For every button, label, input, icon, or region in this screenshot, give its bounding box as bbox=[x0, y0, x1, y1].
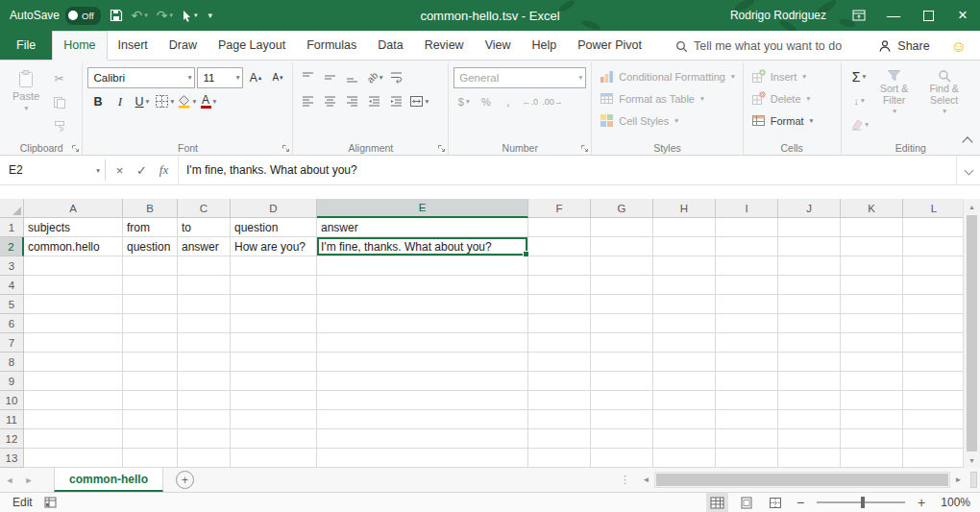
enter-entry-button[interactable]: ✓ bbox=[131, 163, 153, 178]
cell-G1[interactable] bbox=[591, 218, 653, 237]
cell-D9[interactable] bbox=[231, 372, 317, 391]
column-header-L[interactable]: L bbox=[903, 199, 966, 218]
cell-G8[interactable] bbox=[591, 353, 653, 372]
cell-J4[interactable] bbox=[778, 276, 841, 295]
row-header-6[interactable]: 6 bbox=[0, 314, 24, 333]
zoom-slider[interactable] bbox=[817, 501, 905, 503]
cell-F10[interactable] bbox=[528, 391, 591, 410]
cell-E5[interactable] bbox=[317, 295, 528, 314]
align-right-button[interactable] bbox=[342, 91, 362, 111]
feedback-smiley-icon[interactable]: ☺ bbox=[951, 38, 967, 56]
cell-C6[interactable] bbox=[178, 314, 231, 333]
paste-button[interactable]: Paste ▾ bbox=[6, 65, 46, 139]
cell-F13[interactable] bbox=[528, 449, 591, 468]
cell-C10[interactable] bbox=[178, 391, 231, 410]
cell-E11[interactable] bbox=[317, 410, 528, 429]
touch-mouse-mode-button[interactable]: ▾ bbox=[182, 5, 198, 26]
column-header-G[interactable]: G bbox=[591, 199, 653, 218]
expand-formula-bar-button[interactable] bbox=[956, 156, 980, 184]
tab-formulas[interactable]: Formulas bbox=[296, 32, 367, 60]
cut-button[interactable]: ✂ bbox=[49, 68, 69, 88]
cell-A12[interactable] bbox=[24, 429, 123, 449]
tab-resize-handle[interactable]: ⋮ bbox=[620, 474, 630, 486]
cell-L13[interactable] bbox=[903, 449, 966, 468]
cell-F4[interactable] bbox=[528, 276, 591, 295]
cell-E6[interactable] bbox=[317, 314, 528, 333]
row-header-3[interactable]: 3 bbox=[0, 256, 24, 276]
cell-H3[interactable] bbox=[653, 256, 716, 276]
cell-E4[interactable] bbox=[317, 276, 528, 295]
insert-cells-button[interactable]: Insert▾ bbox=[748, 65, 836, 87]
column-header-J[interactable]: J bbox=[778, 199, 841, 218]
cell-K1[interactable] bbox=[841, 218, 903, 237]
scroll-left-icon[interactable]: ◄ bbox=[638, 475, 654, 484]
decrease-decimal-button[interactable]: .00→ bbox=[542, 91, 563, 111]
column-header-C[interactable]: C bbox=[178, 199, 231, 218]
close-button[interactable]: × bbox=[945, 0, 980, 31]
conditional-formatting-button[interactable]: Conditional Formatting▾ bbox=[597, 65, 737, 87]
cell-C9[interactable] bbox=[178, 372, 231, 391]
top-align-button[interactable] bbox=[298, 67, 318, 87]
font-dialog-launcher[interactable] bbox=[282, 144, 290, 153]
cell-J9[interactable] bbox=[778, 372, 841, 391]
cell-I7[interactable] bbox=[716, 333, 778, 353]
cell-A3[interactable] bbox=[24, 256, 123, 276]
formula-input[interactable]: I'm fine, thanks. What about you? bbox=[178, 156, 956, 184]
cell-I6[interactable] bbox=[716, 314, 778, 333]
underline-button[interactable]: U▾ bbox=[132, 91, 152, 111]
cell-A1[interactable]: subjects bbox=[24, 218, 123, 237]
cell-K9[interactable] bbox=[841, 372, 903, 391]
save-button[interactable] bbox=[110, 5, 123, 26]
row-header-12[interactable]: 12 bbox=[0, 429, 24, 449]
decrease-indent-button[interactable] bbox=[364, 91, 384, 111]
cell-E10[interactable] bbox=[317, 391, 528, 410]
cell-L11[interactable] bbox=[903, 410, 966, 429]
accounting-format-button[interactable]: $▾ bbox=[453, 91, 474, 111]
copy-button[interactable] bbox=[49, 92, 69, 112]
find-select-button[interactable]: Find & Select▾ bbox=[919, 65, 969, 139]
tab-draw[interactable]: Draw bbox=[159, 32, 208, 60]
cell-B10[interactable] bbox=[123, 391, 178, 410]
cell-J10[interactable] bbox=[778, 391, 841, 410]
cell-D5[interactable] bbox=[231, 295, 317, 314]
cell-A8[interactable] bbox=[24, 353, 123, 372]
macro-record-button[interactable] bbox=[44, 497, 57, 508]
cell-K11[interactable] bbox=[841, 410, 903, 429]
cell-C4[interactable] bbox=[178, 276, 231, 295]
cell-A11[interactable] bbox=[24, 410, 123, 429]
signed-in-user[interactable]: Rodrigo Rodriguez bbox=[730, 9, 826, 22]
cell-B7[interactable] bbox=[123, 333, 178, 353]
cell-L8[interactable] bbox=[903, 353, 966, 372]
column-header-I[interactable]: I bbox=[716, 199, 778, 218]
cell-L1[interactable] bbox=[903, 218, 966, 237]
font-color-button[interactable]: A ▾ bbox=[198, 91, 218, 111]
zoom-level[interactable]: 100% bbox=[936, 496, 970, 509]
cell-L12[interactable] bbox=[903, 429, 966, 449]
cell-J3[interactable] bbox=[778, 256, 841, 276]
cell-K5[interactable] bbox=[841, 295, 903, 314]
cell-J11[interactable] bbox=[778, 410, 841, 429]
cell-A5[interactable] bbox=[24, 295, 123, 314]
scroll-right-icon[interactable]: ► bbox=[950, 475, 967, 484]
cell-B1[interactable]: from bbox=[123, 218, 178, 237]
cell-J2[interactable] bbox=[778, 237, 841, 256]
cell-K6[interactable] bbox=[841, 314, 903, 333]
cell-L9[interactable] bbox=[903, 372, 966, 391]
cell-I9[interactable] bbox=[716, 372, 778, 391]
new-sheet-button[interactable]: + bbox=[176, 471, 194, 489]
zoom-out-button[interactable]: − bbox=[793, 495, 808, 510]
select-all-corner[interactable] bbox=[0, 199, 24, 218]
cell-J13[interactable] bbox=[778, 449, 841, 468]
cell-B6[interactable] bbox=[123, 314, 178, 333]
cell-G6[interactable] bbox=[591, 314, 653, 333]
cell-I2[interactable] bbox=[716, 237, 778, 256]
cell-C3[interactable] bbox=[178, 256, 231, 276]
tab-power-pivot[interactable]: Power Pivot bbox=[567, 32, 652, 60]
cell-F1[interactable] bbox=[528, 218, 591, 237]
tab-review[interactable]: Review bbox=[414, 32, 475, 60]
cell-C13[interactable] bbox=[178, 449, 231, 468]
cell-E8[interactable] bbox=[317, 353, 528, 372]
cell-D11[interactable] bbox=[231, 410, 317, 429]
cell-styles-button[interactable]: Cell Styles▾ bbox=[597, 110, 737, 132]
comma-style-button[interactable]: , bbox=[498, 91, 518, 111]
